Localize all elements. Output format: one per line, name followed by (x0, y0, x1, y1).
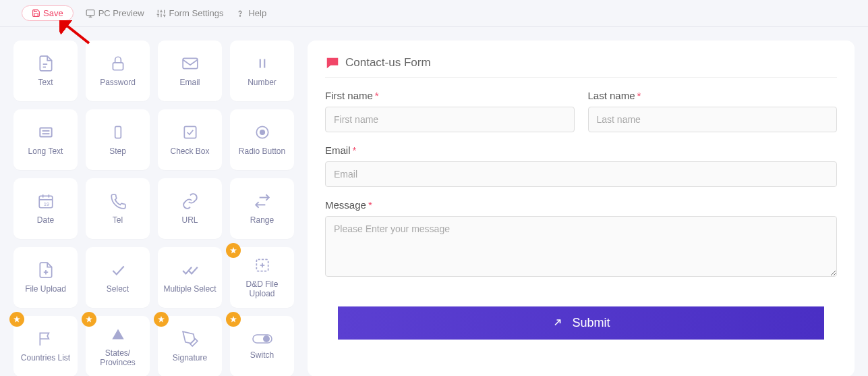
palette-label: Step (107, 146, 129, 156)
last-name-input[interactable] (588, 107, 838, 132)
palette-label: Email (177, 78, 202, 87)
file-plus-icon (37, 261, 55, 279)
pc-preview-label: PC Preview (98, 8, 144, 18)
radio-icon (254, 124, 271, 141)
palette-label: Tel (110, 215, 125, 225)
form-row-email: Email* (325, 144, 837, 187)
palette-multi-select[interactable]: Multiple Select (158, 247, 222, 308)
check-icon (109, 261, 127, 279)
email-label: Email* (325, 144, 837, 156)
svg-rect-18 (183, 58, 198, 68)
palette-signature[interactable]: Signature (158, 316, 222, 376)
svg-text:19: 19 (43, 200, 49, 207)
lock-icon (109, 55, 127, 72)
palette-countries[interactable]: Countries List (13, 316, 78, 376)
palette-range[interactable]: Range (230, 178, 294, 239)
file-icon (37, 55, 55, 72)
flag-icon (37, 330, 55, 348)
palette-label: States/ Provinces (86, 348, 150, 368)
palette-label: Multiple Select (161, 284, 219, 294)
palette-label: Date (34, 215, 57, 225)
palette-label: D&D File Upload (230, 279, 294, 299)
palette-label: Countries List (18, 353, 73, 362)
first-name-input[interactable] (325, 107, 575, 132)
palette-states[interactable]: States/ Provinces (86, 316, 150, 376)
premium-badge (226, 312, 241, 327)
palette-email[interactable]: Email (158, 41, 222, 101)
palette-label: URL (179, 215, 200, 225)
palette-password[interactable]: Password (86, 41, 150, 101)
save-button[interactable]: Save (22, 5, 74, 21)
link-icon (181, 192, 199, 210)
svg-rect-21 (40, 128, 51, 136)
save-label: Save (43, 8, 63, 18)
palette-label: Text (35, 78, 55, 87)
palette-url[interactable]: URL (158, 178, 222, 239)
message-input[interactable] (325, 216, 837, 277)
palette-label: Radio Button (236, 146, 288, 156)
form-title-row: Contact-us Form (325, 55, 837, 78)
form-settings-button[interactable]: Form Settings (156, 8, 224, 18)
svg-line-1 (63, 23, 89, 43)
form-canvas: Contact-us Form First name* Last name* E… (308, 41, 855, 376)
svg-rect-25 (184, 126, 196, 138)
message-label: Message* (325, 199, 837, 211)
palette-label: Number (245, 78, 279, 87)
monitor-icon (86, 9, 95, 18)
palette-label: Range (248, 215, 277, 225)
pause-icon (254, 55, 271, 72)
palette-dnd-file[interactable]: D&D File Upload (230, 247, 294, 308)
mail-icon (181, 55, 199, 72)
svg-point-14 (240, 16, 241, 16)
email-input[interactable] (325, 161, 837, 187)
palette-label: Check Box (167, 146, 212, 156)
submit-label: Submit (572, 316, 610, 330)
field-palette: Text Password Email Number Long Text Ste… (13, 41, 294, 376)
svg-rect-24 (115, 126, 121, 138)
submit-button[interactable]: Submit (338, 306, 824, 340)
help-label: Help (248, 8, 266, 18)
palette-label: Select (104, 284, 132, 294)
palette-select[interactable]: Select (86, 247, 150, 308)
form-settings-label: Form Settings (169, 8, 224, 18)
premium-badge (154, 312, 169, 327)
chat-icon (325, 55, 340, 70)
email-field: Email* (325, 144, 837, 187)
help-button[interactable]: Help (235, 8, 266, 18)
dashed-plus-icon (254, 257, 271, 274)
toggle-icon (252, 333, 272, 345)
help-icon (235, 9, 245, 18)
palette-radio[interactable]: Radio Button (230, 109, 294, 170)
premium-badge (226, 243, 241, 258)
palette-number[interactable]: Number (230, 41, 294, 101)
palette-label: Long Text (26, 146, 66, 156)
pc-preview-button[interactable]: PC Preview (86, 8, 144, 18)
palette-label: Password (97, 78, 138, 87)
device-icon (109, 124, 127, 141)
message-field: Message* (325, 199, 837, 279)
main-area: Text Password Email Number Long Text Ste… (0, 27, 868, 376)
first-name-field: First name* (325, 90, 575, 132)
sliders-icon (156, 9, 166, 18)
first-name-label: First name* (325, 90, 575, 101)
svg-rect-2 (86, 9, 94, 15)
form-row-name: First name* Last name* (325, 90, 837, 132)
form-row-message: Message* (325, 199, 837, 279)
phone-icon (109, 192, 127, 210)
premium-badge (9, 312, 24, 327)
last-name-field: Last name* (588, 90, 838, 132)
lines-icon (37, 124, 55, 141)
calendar-icon: 19 (37, 192, 55, 210)
svg-marker-40 (112, 329, 123, 339)
palette-switch[interactable]: Switch (230, 316, 294, 376)
palette-long-text[interactable]: Long Text (13, 109, 78, 170)
palette-tel[interactable]: Tel (86, 178, 150, 239)
palette-label: Signature (170, 353, 210, 362)
palette-file-upload[interactable]: File Upload (13, 247, 78, 308)
svg-point-42 (263, 335, 270, 342)
palette-checkbox[interactable]: Check Box (158, 109, 222, 170)
palette-step[interactable]: Step (86, 109, 150, 170)
palette-text[interactable]: Text (13, 41, 78, 101)
svg-rect-17 (113, 63, 123, 70)
palette-date[interactable]: 19 Date (13, 178, 78, 239)
